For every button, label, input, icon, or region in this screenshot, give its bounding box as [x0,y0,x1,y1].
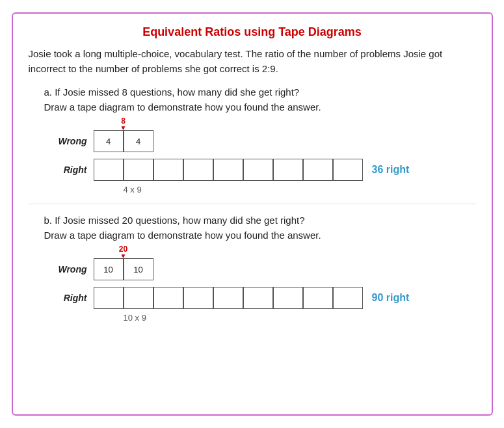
section-a: a. If Josie missed 8 questions, how many… [29,85,476,194]
wrong-wrapper-b: 20 ▼ 10 10 [94,258,153,280]
main-card: Equivalent Ratios using Tape Diagrams Jo… [12,12,493,416]
brace-top-b: 20 ▼ [94,245,153,260]
section-b: b. If Josie missed 20 questions, how man… [29,213,476,323]
right-cell-a-2 [153,159,183,181]
answer-b: 90 right [372,292,410,304]
section-b-question: b. If Josie missed 20 questions, how man… [44,213,476,243]
right-cell-a-7 [303,159,333,181]
wrong-cells-a: 4 4 [94,130,153,152]
right-cell-a-3 [183,159,213,181]
right-cells-a [94,159,363,181]
formula-a: 4 x 9 [94,185,476,194]
section-separator [29,204,476,204]
right-cell-b-4 [213,287,243,309]
right-cell-a-4 [213,159,243,181]
answer-a: 36 right [372,164,410,176]
right-cell-a-5 [243,159,273,181]
right-label-a: Right [48,165,87,175]
wrong-cell-a-1: 4 [124,130,153,152]
page-title: Equivalent Ratios using Tape Diagrams [29,25,476,39]
right-row-b: Right 90 right [48,287,476,309]
section-a-question: a. If Josie missed 8 questions, how many… [44,85,476,114]
right-cell-a-1 [124,159,153,181]
wrong-row-b: Wrong 20 ▼ 10 10 [48,258,476,280]
brace-top-a: 8 ▼ [94,117,153,131]
diagram-a: Wrong 8 ▼ 4 4 Right [48,130,476,194]
right-cell-a-0 [94,159,124,181]
formula-b: 10 x 9 [94,313,476,323]
wrong-label-b: Wrong [48,264,87,274]
right-cell-b-6 [273,287,303,309]
brace-arrow-a: ▼ [120,125,127,131]
wrong-cell-a-0: 4 [94,130,124,152]
right-label-b: Right [48,293,87,303]
wrong-row-a: Wrong 8 ▼ 4 4 [48,130,476,152]
wrong-cells-b: 10 10 [94,258,153,280]
right-cell-b-7 [303,287,333,309]
brace-arrow-b: ▼ [120,253,127,260]
right-cell-b-5 [243,287,273,309]
right-cell-a-6 [273,159,303,181]
wrong-cell-b-0: 10 [94,258,124,280]
wrong-label-a: Wrong [48,136,87,146]
wrong-cell-b-1: 10 [124,258,153,280]
right-cell-b-3 [183,287,213,309]
right-cell-b-1 [124,287,153,309]
right-cell-b-8 [333,287,363,309]
right-cell-a-8 [333,159,363,181]
right-cell-b-2 [153,287,183,309]
diagram-b: Wrong 20 ▼ 10 10 Right [48,258,476,323]
right-cells-b [94,287,363,309]
right-cell-b-0 [94,287,124,309]
intro-text: Josie took a long multiple-choice, vocab… [29,47,476,76]
wrong-wrapper-a: 8 ▼ 4 4 [94,130,153,152]
right-row-a: Right 36 right [48,159,476,181]
